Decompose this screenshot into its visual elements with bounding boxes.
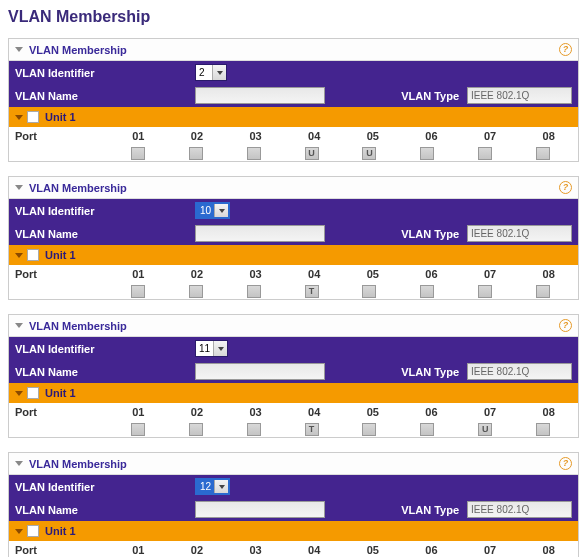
dropdown-icon[interactable] xyxy=(212,65,226,80)
port-header: 01 xyxy=(109,130,168,142)
port-label: Port xyxy=(15,268,109,280)
port-state-toggle[interactable]: U xyxy=(362,147,376,160)
collapse-icon[interactable] xyxy=(15,461,23,466)
unit-checkbox[interactable] xyxy=(27,111,39,123)
port-state-toggle[interactable] xyxy=(420,285,434,298)
panel-title: VLAN Membership xyxy=(29,182,559,194)
vlan-type-label: VLAN Type xyxy=(401,504,467,516)
port-state-toggle[interactable] xyxy=(478,147,492,160)
vlan-type-field xyxy=(467,87,572,104)
vlan-name-label: VLAN Name xyxy=(15,90,195,102)
collapse-icon[interactable] xyxy=(15,185,23,190)
port-state-toggle[interactable] xyxy=(420,423,434,436)
panel-header: VLAN Membership? xyxy=(9,315,578,337)
port-state-toggle[interactable]: U xyxy=(305,147,319,160)
port-state-toggle[interactable] xyxy=(247,285,261,298)
port-state-toggle[interactable] xyxy=(536,147,550,160)
port-state-toggle[interactable] xyxy=(420,147,434,160)
vlan-name-input[interactable] xyxy=(195,225,325,242)
port-state-toggle[interactable] xyxy=(362,423,376,436)
vlan-identifier-label: VLAN Identifier xyxy=(15,481,195,493)
port-header: 07 xyxy=(461,268,520,280)
vlan-type-field xyxy=(467,363,572,380)
panel-title: VLAN Membership xyxy=(29,44,559,56)
vlan-name-row: VLAN NameVLAN Type xyxy=(9,222,578,245)
port-header: 05 xyxy=(344,544,403,556)
vlan-name-input[interactable] xyxy=(195,87,325,104)
unit-checkbox[interactable] xyxy=(27,249,39,261)
vlan-name-label: VLAN Name xyxy=(15,504,195,516)
port-state-toggle[interactable] xyxy=(536,423,550,436)
vlan-identifier-select[interactable]: 2 xyxy=(195,64,227,81)
port-state-toggle[interactable] xyxy=(189,285,203,298)
port-state-toggle[interactable] xyxy=(189,423,203,436)
port-state-toggle[interactable] xyxy=(247,147,261,160)
port-header: 04 xyxy=(285,268,344,280)
unit-label: Unit 1 xyxy=(45,387,76,399)
unit-checkbox[interactable] xyxy=(27,387,39,399)
vlan-type-label: VLAN Type xyxy=(401,90,467,102)
port-header: 03 xyxy=(226,268,285,280)
vlan-identifier-row: VLAN Identifier2 xyxy=(9,61,578,84)
vlan-name-label: VLAN Name xyxy=(15,366,195,378)
unit-row: Unit 1 xyxy=(9,245,578,265)
port-state-toggle[interactable] xyxy=(131,423,145,436)
vlan-identifier-value: 10 xyxy=(197,204,214,217)
port-state-toggle[interactable] xyxy=(247,423,261,436)
vlan-identifier-row: VLAN Identifier10 xyxy=(9,199,578,222)
unit-collapse-icon[interactable] xyxy=(15,391,23,396)
unit-collapse-icon[interactable] xyxy=(15,253,23,258)
vlan-type-label: VLAN Type xyxy=(401,366,467,378)
panel-header: VLAN Membership? xyxy=(9,39,578,61)
port-state-toggle[interactable]: T xyxy=(305,423,319,436)
vlan-identifier-select[interactable]: 12 xyxy=(195,478,230,495)
unit-collapse-icon[interactable] xyxy=(15,115,23,120)
port-header: 07 xyxy=(461,406,520,418)
unit-collapse-icon[interactable] xyxy=(15,529,23,534)
port-state-toggle[interactable] xyxy=(362,285,376,298)
vlan-type-label: VLAN Type xyxy=(401,228,467,240)
vlan-panel: VLAN Membership?VLAN Identifier11VLAN Na… xyxy=(8,314,579,438)
unit-label: Unit 1 xyxy=(45,525,76,537)
vlan-name-input[interactable] xyxy=(195,501,325,518)
port-header-row: Port0102030405060708 xyxy=(9,541,578,557)
unit-row: Unit 1 xyxy=(9,383,578,403)
dropdown-icon[interactable] xyxy=(214,480,228,493)
unit-checkbox[interactable] xyxy=(27,525,39,537)
collapse-icon[interactable] xyxy=(15,323,23,328)
port-header: 05 xyxy=(344,406,403,418)
dropdown-icon[interactable] xyxy=(213,341,227,356)
port-state-toggle[interactable]: U xyxy=(478,423,492,436)
help-icon[interactable]: ? xyxy=(559,319,572,332)
port-header: 08 xyxy=(519,544,578,556)
port-state-toggle[interactable] xyxy=(189,147,203,160)
port-header: 06 xyxy=(402,544,461,556)
port-state-toggle[interactable] xyxy=(131,147,145,160)
help-icon[interactable]: ? xyxy=(559,181,572,194)
port-header: 08 xyxy=(519,130,578,142)
help-icon[interactable]: ? xyxy=(559,43,572,56)
collapse-icon[interactable] xyxy=(15,47,23,52)
vlan-name-input[interactable] xyxy=(195,363,325,380)
port-header: 04 xyxy=(285,130,344,142)
port-header: 04 xyxy=(285,406,344,418)
unit-label: Unit 1 xyxy=(45,111,76,123)
port-header: 02 xyxy=(168,268,227,280)
port-state-toggle[interactable]: T xyxy=(305,285,319,298)
port-state-toggle[interactable] xyxy=(131,285,145,298)
port-state-toggle[interactable] xyxy=(536,285,550,298)
port-label: Port xyxy=(15,130,109,142)
unit-row: Unit 1 xyxy=(9,107,578,127)
port-header: 03 xyxy=(226,130,285,142)
port-label: Port xyxy=(15,544,109,556)
panel-header: VLAN Membership? xyxy=(9,453,578,475)
vlan-identifier-select[interactable]: 11 xyxy=(195,340,228,357)
port-header-row: Port0102030405060708 xyxy=(9,403,578,421)
port-header: 02 xyxy=(168,130,227,142)
port-header: 07 xyxy=(461,544,520,556)
port-state-toggle[interactable] xyxy=(478,285,492,298)
help-icon[interactable]: ? xyxy=(559,457,572,470)
dropdown-icon[interactable] xyxy=(214,204,228,217)
port-header: 03 xyxy=(226,544,285,556)
vlan-identifier-select[interactable]: 10 xyxy=(195,202,230,219)
